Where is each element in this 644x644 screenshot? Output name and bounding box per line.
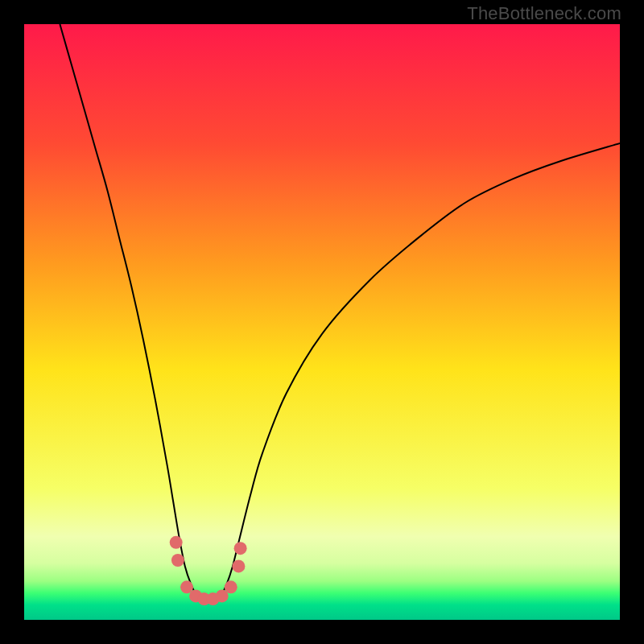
- highlight-dot: [234, 542, 247, 555]
- highlight-dot: [171, 554, 184, 567]
- gradient-background: [24, 24, 620, 620]
- watermark-text: TheBottleneck.com: [467, 3, 621, 24]
- highlight-dot: [225, 580, 237, 593]
- chart-frame: TheBottleneck.com: [0, 0, 644, 644]
- highlight-dot: [170, 536, 183, 549]
- bottleneck-chart: [24, 24, 620, 620]
- plot-area: [24, 24, 620, 620]
- highlight-dot: [232, 559, 245, 572]
